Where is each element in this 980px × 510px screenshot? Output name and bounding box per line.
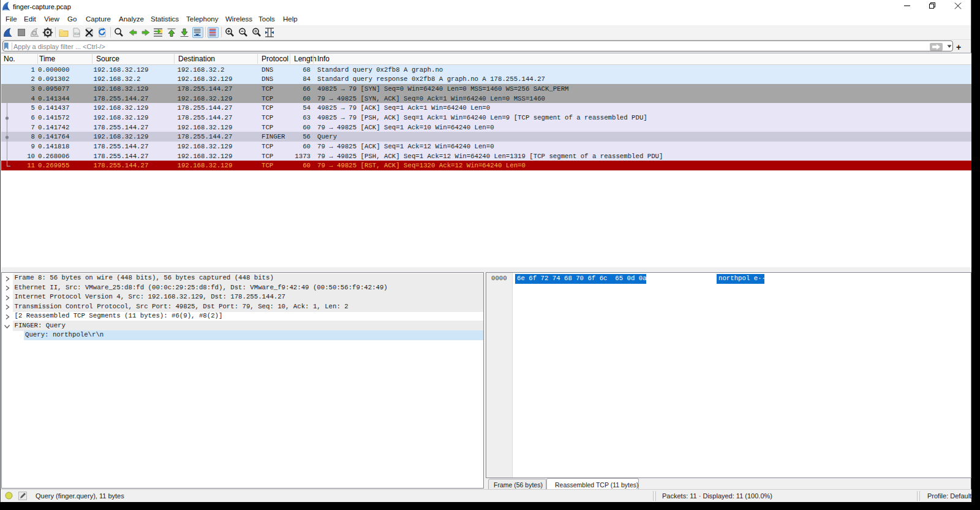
svg-text:010: 010 bbox=[74, 32, 80, 36]
